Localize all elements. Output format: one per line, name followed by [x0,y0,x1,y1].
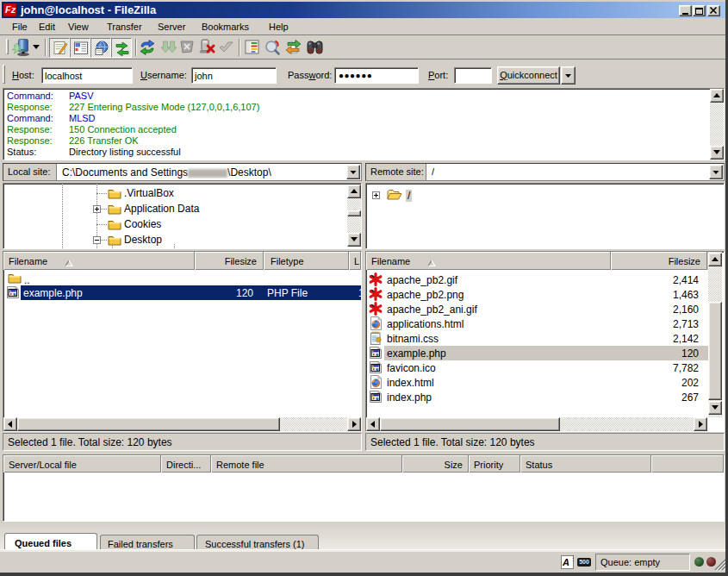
svg-text:Fz: Fz [5,4,16,15]
